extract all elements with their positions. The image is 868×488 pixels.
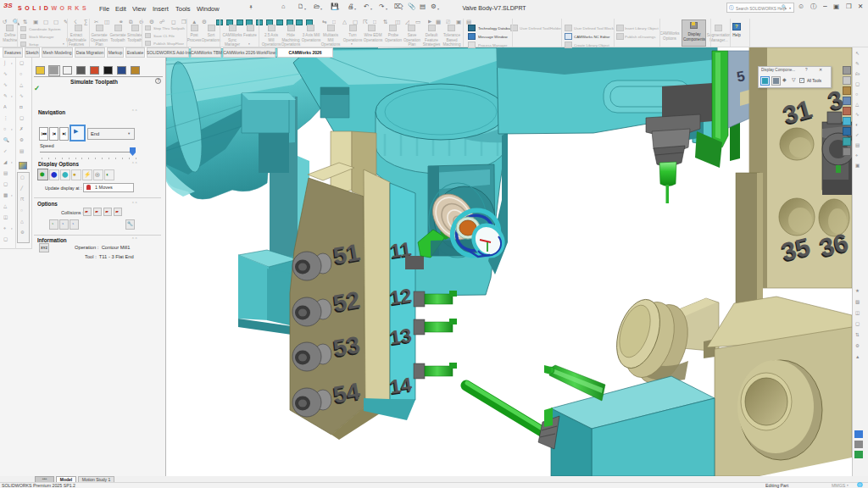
svg-text:54: 54 [331,378,362,408]
svg-text:12: 12 [389,284,414,308]
svg-text:53: 53 [331,331,362,362]
svg-text:52: 52 [331,286,362,317]
svg-text:14: 14 [389,373,414,397]
svg-text:51: 51 [331,239,362,269]
svg-text:13: 13 [389,324,414,348]
